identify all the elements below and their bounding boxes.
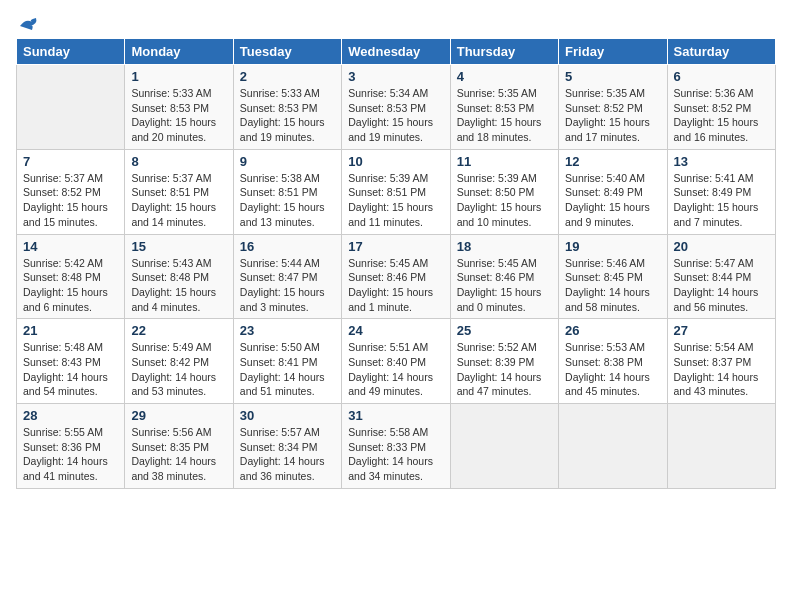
day-number: 19 [565, 239, 660, 254]
day-info: Sunrise: 5:34 AM Sunset: 8:53 PM Dayligh… [348, 86, 443, 145]
calendar-cell: 11Sunrise: 5:39 AM Sunset: 8:50 PM Dayli… [450, 149, 558, 234]
day-number: 11 [457, 154, 552, 169]
day-info: Sunrise: 5:55 AM Sunset: 8:36 PM Dayligh… [23, 425, 118, 484]
day-number: 3 [348, 69, 443, 84]
day-info: Sunrise: 5:51 AM Sunset: 8:40 PM Dayligh… [348, 340, 443, 399]
day-number: 1 [131, 69, 226, 84]
day-number: 5 [565, 69, 660, 84]
calendar-week-row: 14Sunrise: 5:42 AM Sunset: 8:48 PM Dayli… [17, 234, 776, 319]
calendar-cell: 29Sunrise: 5:56 AM Sunset: 8:35 PM Dayli… [125, 404, 233, 489]
calendar-cell: 6Sunrise: 5:36 AM Sunset: 8:52 PM Daylig… [667, 65, 775, 150]
day-info: Sunrise: 5:36 AM Sunset: 8:52 PM Dayligh… [674, 86, 769, 145]
day-info: Sunrise: 5:40 AM Sunset: 8:49 PM Dayligh… [565, 171, 660, 230]
calendar-cell: 24Sunrise: 5:51 AM Sunset: 8:40 PM Dayli… [342, 319, 450, 404]
day-number: 24 [348, 323, 443, 338]
day-info: Sunrise: 5:37 AM Sunset: 8:51 PM Dayligh… [131, 171, 226, 230]
day-number: 25 [457, 323, 552, 338]
day-number: 20 [674, 239, 769, 254]
day-number: 22 [131, 323, 226, 338]
day-number: 14 [23, 239, 118, 254]
calendar-table: SundayMondayTuesdayWednesdayThursdayFrid… [16, 38, 776, 489]
day-number: 16 [240, 239, 335, 254]
weekday-header-thursday: Thursday [450, 39, 558, 65]
day-number: 8 [131, 154, 226, 169]
calendar-cell: 17Sunrise: 5:45 AM Sunset: 8:46 PM Dayli… [342, 234, 450, 319]
weekday-header-saturday: Saturday [667, 39, 775, 65]
weekday-header-tuesday: Tuesday [233, 39, 341, 65]
weekday-header-friday: Friday [559, 39, 667, 65]
calendar-cell: 2Sunrise: 5:33 AM Sunset: 8:53 PM Daylig… [233, 65, 341, 150]
calendar-cell: 15Sunrise: 5:43 AM Sunset: 8:48 PM Dayli… [125, 234, 233, 319]
calendar-cell: 13Sunrise: 5:41 AM Sunset: 8:49 PM Dayli… [667, 149, 775, 234]
calendar-cell: 3Sunrise: 5:34 AM Sunset: 8:53 PM Daylig… [342, 65, 450, 150]
calendar-cell: 7Sunrise: 5:37 AM Sunset: 8:52 PM Daylig… [17, 149, 125, 234]
day-number: 15 [131, 239, 226, 254]
calendar-cell: 31Sunrise: 5:58 AM Sunset: 8:33 PM Dayli… [342, 404, 450, 489]
day-number: 27 [674, 323, 769, 338]
day-info: Sunrise: 5:54 AM Sunset: 8:37 PM Dayligh… [674, 340, 769, 399]
day-info: Sunrise: 5:47 AM Sunset: 8:44 PM Dayligh… [674, 256, 769, 315]
day-info: Sunrise: 5:41 AM Sunset: 8:49 PM Dayligh… [674, 171, 769, 230]
calendar-cell: 16Sunrise: 5:44 AM Sunset: 8:47 PM Dayli… [233, 234, 341, 319]
day-number: 31 [348, 408, 443, 423]
weekday-header-monday: Monday [125, 39, 233, 65]
calendar-cell: 9Sunrise: 5:38 AM Sunset: 8:51 PM Daylig… [233, 149, 341, 234]
day-number: 13 [674, 154, 769, 169]
calendar-cell: 12Sunrise: 5:40 AM Sunset: 8:49 PM Dayli… [559, 149, 667, 234]
calendar-cell: 19Sunrise: 5:46 AM Sunset: 8:45 PM Dayli… [559, 234, 667, 319]
day-info: Sunrise: 5:35 AM Sunset: 8:52 PM Dayligh… [565, 86, 660, 145]
day-number: 6 [674, 69, 769, 84]
day-number: 17 [348, 239, 443, 254]
calendar-header-row: SundayMondayTuesdayWednesdayThursdayFrid… [17, 39, 776, 65]
day-number: 12 [565, 154, 660, 169]
calendar-cell: 22Sunrise: 5:49 AM Sunset: 8:42 PM Dayli… [125, 319, 233, 404]
calendar-cell: 30Sunrise: 5:57 AM Sunset: 8:34 PM Dayli… [233, 404, 341, 489]
calendar-cell: 27Sunrise: 5:54 AM Sunset: 8:37 PM Dayli… [667, 319, 775, 404]
calendar-cell [667, 404, 775, 489]
calendar-cell: 18Sunrise: 5:45 AM Sunset: 8:46 PM Dayli… [450, 234, 558, 319]
day-info: Sunrise: 5:35 AM Sunset: 8:53 PM Dayligh… [457, 86, 552, 145]
calendar-cell: 8Sunrise: 5:37 AM Sunset: 8:51 PM Daylig… [125, 149, 233, 234]
calendar-cell: 23Sunrise: 5:50 AM Sunset: 8:41 PM Dayli… [233, 319, 341, 404]
day-info: Sunrise: 5:57 AM Sunset: 8:34 PM Dayligh… [240, 425, 335, 484]
calendar-cell: 1Sunrise: 5:33 AM Sunset: 8:53 PM Daylig… [125, 65, 233, 150]
day-info: Sunrise: 5:33 AM Sunset: 8:53 PM Dayligh… [240, 86, 335, 145]
logo-bird-icon [18, 16, 40, 34]
calendar-cell: 28Sunrise: 5:55 AM Sunset: 8:36 PM Dayli… [17, 404, 125, 489]
day-info: Sunrise: 5:37 AM Sunset: 8:52 PM Dayligh… [23, 171, 118, 230]
day-number: 7 [23, 154, 118, 169]
calendar-cell: 21Sunrise: 5:48 AM Sunset: 8:43 PM Dayli… [17, 319, 125, 404]
day-info: Sunrise: 5:39 AM Sunset: 8:50 PM Dayligh… [457, 171, 552, 230]
calendar-cell: 20Sunrise: 5:47 AM Sunset: 8:44 PM Dayli… [667, 234, 775, 319]
day-info: Sunrise: 5:53 AM Sunset: 8:38 PM Dayligh… [565, 340, 660, 399]
day-info: Sunrise: 5:44 AM Sunset: 8:47 PM Dayligh… [240, 256, 335, 315]
calendar-week-row: 28Sunrise: 5:55 AM Sunset: 8:36 PM Dayli… [17, 404, 776, 489]
day-number: 2 [240, 69, 335, 84]
day-info: Sunrise: 5:49 AM Sunset: 8:42 PM Dayligh… [131, 340, 226, 399]
calendar-cell [17, 65, 125, 150]
calendar-cell: 25Sunrise: 5:52 AM Sunset: 8:39 PM Dayli… [450, 319, 558, 404]
day-number: 30 [240, 408, 335, 423]
calendar-cell: 4Sunrise: 5:35 AM Sunset: 8:53 PM Daylig… [450, 65, 558, 150]
day-info: Sunrise: 5:46 AM Sunset: 8:45 PM Dayligh… [565, 256, 660, 315]
day-number: 26 [565, 323, 660, 338]
day-info: Sunrise: 5:58 AM Sunset: 8:33 PM Dayligh… [348, 425, 443, 484]
calendar-cell: 10Sunrise: 5:39 AM Sunset: 8:51 PM Dayli… [342, 149, 450, 234]
logo [16, 16, 40, 30]
day-info: Sunrise: 5:45 AM Sunset: 8:46 PM Dayligh… [457, 256, 552, 315]
day-number: 4 [457, 69, 552, 84]
day-number: 23 [240, 323, 335, 338]
day-number: 9 [240, 154, 335, 169]
weekday-header-sunday: Sunday [17, 39, 125, 65]
calendar-cell: 26Sunrise: 5:53 AM Sunset: 8:38 PM Dayli… [559, 319, 667, 404]
calendar-cell: 14Sunrise: 5:42 AM Sunset: 8:48 PM Dayli… [17, 234, 125, 319]
day-info: Sunrise: 5:50 AM Sunset: 8:41 PM Dayligh… [240, 340, 335, 399]
day-info: Sunrise: 5:33 AM Sunset: 8:53 PM Dayligh… [131, 86, 226, 145]
calendar-week-row: 21Sunrise: 5:48 AM Sunset: 8:43 PM Dayli… [17, 319, 776, 404]
calendar-cell: 5Sunrise: 5:35 AM Sunset: 8:52 PM Daylig… [559, 65, 667, 150]
calendar-week-row: 7Sunrise: 5:37 AM Sunset: 8:52 PM Daylig… [17, 149, 776, 234]
day-info: Sunrise: 5:42 AM Sunset: 8:48 PM Dayligh… [23, 256, 118, 315]
page-header [16, 16, 776, 30]
calendar-week-row: 1Sunrise: 5:33 AM Sunset: 8:53 PM Daylig… [17, 65, 776, 150]
day-number: 10 [348, 154, 443, 169]
